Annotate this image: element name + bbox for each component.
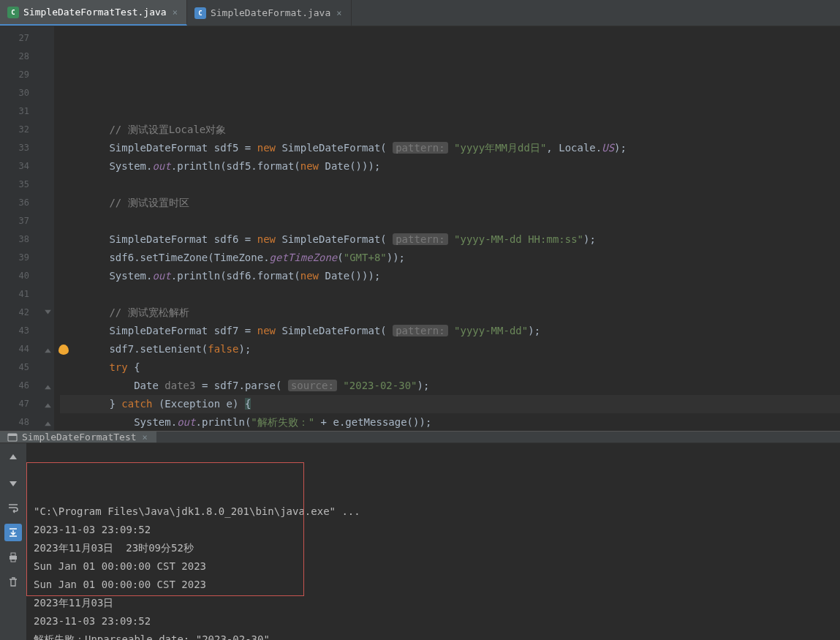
code-line[interactable]: SimpleDateFormat sdf5 = new SimpleDateFo… [60, 139, 840, 157]
code-line[interactable]: Date date3 = sdf7.parse( source: "2023-0… [60, 377, 840, 395]
console-line: Sun Jan 01 00:00:00 CST 2023 [34, 557, 833, 576]
line-number[interactable]: 31 [0, 102, 54, 121]
fold-close-icon[interactable] [45, 401, 51, 407]
trash-icon[interactable] [4, 573, 22, 591]
line-number[interactable]: 42 [0, 304, 54, 322]
code-area[interactable]: // 测试设置Locale对象 SimpleDateFormat sdf5 = … [54, 26, 840, 431]
line-number[interactable]: 44 [0, 340, 54, 358]
line-number[interactable]: 46 [0, 377, 54, 395]
fold-open-icon[interactable] [45, 309, 51, 316]
line-number-gutter: 2728293031323334353637383940414243444546… [0, 26, 54, 431]
editor-tab-bar: CSimpleDateFormatTest.java×CSimpleDateFo… [0, 0, 840, 26]
fold-close-icon[interactable] [45, 383, 51, 389]
code-line[interactable]: System.out.println(sdf6.format(new Date(… [60, 267, 840, 285]
close-icon[interactable]: × [141, 432, 149, 443]
code-line[interactable]: sdf7.setLenient(false); [60, 340, 840, 358]
line-number[interactable]: 37 [0, 212, 54, 230]
run-tab[interactable]: SimpleDateFormatTest × [0, 432, 156, 443]
line-number[interactable]: 48 [0, 413, 54, 431]
code-line[interactable] [60, 285, 840, 304]
run-body: "C:\Program Files\Java\jdk1.8.0_201\bin\… [0, 443, 840, 640]
line-number[interactable]: 29 [0, 66, 54, 84]
run-tab-bar: SimpleDateFormatTest × [0, 432, 840, 443]
down-arrow-icon[interactable] [4, 474, 22, 492]
code-line[interactable] [60, 176, 840, 194]
run-tool-window: SimpleDateFormatTest × "C:\Program Files… [0, 431, 840, 640]
code-line[interactable] [60, 84, 840, 102]
console-line: 2023年11月03日 [34, 594, 833, 612]
run-toolbar [0, 443, 26, 640]
code-line[interactable]: System.out.println("解析失败：" + e.getMessag… [60, 413, 840, 431]
tab-label: SimpleDateFormatTest.java [23, 7, 167, 18]
line-number[interactable]: 30 [0, 84, 54, 102]
line-number[interactable]: 41 [0, 285, 54, 304]
class-icon: C [194, 7, 206, 19]
line-number[interactable]: 39 [0, 249, 54, 267]
console-line: 2023-11-03 23:09:52 [34, 612, 833, 630]
line-number[interactable]: 27 [0, 29, 54, 48]
code-line[interactable]: SimpleDateFormat sdf7 = new SimpleDateFo… [60, 322, 840, 340]
editor: 2728293031323334353637383940414243444546… [0, 26, 840, 431]
close-icon[interactable]: × [171, 7, 179, 18]
line-number[interactable]: 38 [0, 230, 54, 249]
console-line: 2023-11-03 23:09:52 [34, 521, 833, 539]
line-number[interactable]: 47 [0, 395, 54, 413]
svg-rect-1 [8, 434, 17, 436]
line-number[interactable]: 40 [0, 267, 54, 285]
code-line[interactable]: System.out.println(sdf5.format(new Date(… [60, 157, 840, 176]
print-icon[interactable] [4, 549, 22, 566]
code-line[interactable]: sdf6.setTimeZone(TimeZone.getTimeZone("G… [60, 249, 840, 267]
test-class-icon: C [7, 7, 19, 18]
console-line: Sun Jan 01 00:00:00 CST 2023 [34, 576, 833, 594]
code-line[interactable]: } catch (Exception e) { [60, 395, 840, 413]
code-line[interactable] [60, 212, 840, 230]
console-line: "C:\Program Files\Java\jdk1.8.0_201\bin\… [34, 502, 833, 521]
line-number[interactable]: 32 [0, 121, 54, 139]
code-line[interactable] [60, 102, 840, 121]
line-number[interactable]: 43 [0, 322, 54, 340]
line-number[interactable]: 45 [0, 358, 54, 377]
console-line: 2023年11月03日 23时09分52秒 [34, 539, 833, 557]
line-number[interactable]: 33 [0, 139, 54, 157]
line-number[interactable]: 36 [0, 194, 54, 212]
editor-tab[interactable]: CSimpleDateFormatTest.java× [0, 0, 187, 26]
line-number[interactable]: 28 [0, 48, 54, 66]
code-line[interactable]: // 测试设置Locale对象 [60, 121, 840, 139]
close-icon[interactable]: × [335, 8, 343, 18]
soft-wrap-icon[interactable] [4, 499, 22, 516]
code-line[interactable]: SimpleDateFormat sdf6 = new SimpleDateFo… [60, 230, 840, 249]
fold-close-icon[interactable] [45, 419, 51, 426]
line-number[interactable]: 34 [0, 157, 54, 176]
svg-rect-3 [11, 553, 15, 556]
code-line[interactable]: // 测试设置时区 [60, 194, 840, 212]
tab-label: SimpleDateFormat.java [211, 7, 330, 18]
up-arrow-icon[interactable] [4, 449, 22, 467]
line-number[interactable]: 35 [0, 176, 54, 194]
code-line[interactable]: // 测试宽松解析 [60, 304, 840, 322]
run-config-icon [7, 432, 18, 443]
scroll-end-icon[interactable] [4, 524, 22, 541]
console-line: 解析失败：Unparseable date: "2023-02-30" [34, 630, 833, 640]
console-output[interactable]: "C:\Program Files\Java\jdk1.8.0_201\bin\… [26, 443, 840, 640]
editor-tab[interactable]: CSimpleDateFormat.java× [187, 0, 352, 26]
run-tab-label: SimpleDateFormatTest [22, 432, 137, 443]
fold-close-icon[interactable] [45, 346, 51, 353]
code-line[interactable]: try { [60, 358, 840, 377]
